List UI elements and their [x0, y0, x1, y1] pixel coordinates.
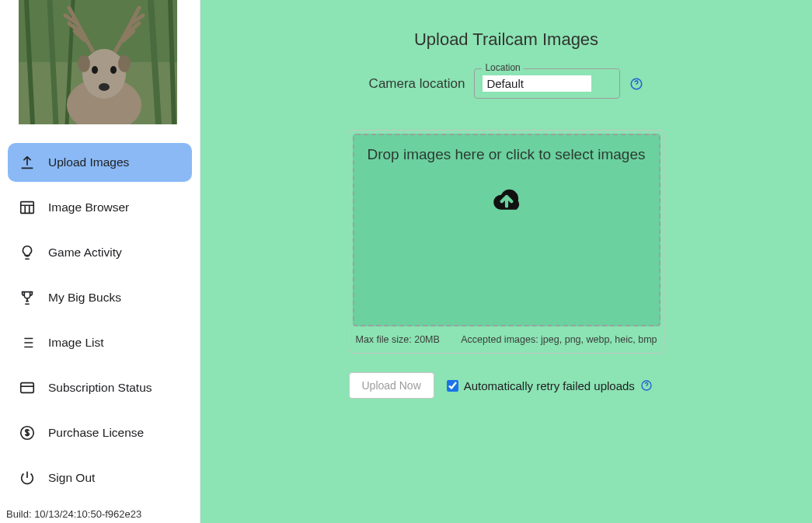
nav-item-my-big-bucks[interactable]: My Big Bucks — [8, 278, 192, 317]
nav-label: My Big Bucks — [48, 291, 121, 305]
bulb-icon — [19, 244, 36, 261]
power-icon — [19, 469, 36, 486]
nav-item-image-browser[interactable]: Image Browser — [8, 188, 192, 227]
nav-item-game-activity[interactable]: Game Activity — [8, 233, 192, 272]
signout-area: Sign Out — [0, 458, 200, 508]
upload-icon — [19, 154, 36, 171]
svg-point-11 — [99, 83, 110, 91]
action-row: Upload Now Automatically retry failed up… — [349, 372, 664, 399]
list-icon — [19, 334, 36, 351]
location-input[interactable] — [483, 75, 591, 92]
accepted-formats: Accepted images: jpeg, png, webp, heic, … — [461, 334, 657, 345]
nav-item-upload-images[interactable]: Upload Images — [8, 143, 192, 182]
logo-image — [19, 0, 177, 124]
nav-label: Image List — [48, 336, 104, 350]
max-file-size: Max file size: 20MB — [356, 334, 440, 345]
location-legend: Location — [482, 62, 523, 73]
retry-label: Automatically retry failed uploads — [464, 379, 635, 392]
sidebar-logo — [0, 0, 200, 135]
nav-label: Upload Images — [48, 155, 129, 169]
help-icon[interactable] — [640, 379, 653, 392]
file-meta: Max file size: 20MB Accepted images: jpe… — [353, 326, 660, 347]
svg-point-8 — [82, 49, 126, 99]
help-icon[interactable] — [629, 77, 643, 91]
nav-label: Purchase License — [48, 426, 144, 440]
page-title: Upload Trailcam Images — [414, 30, 598, 50]
card-icon — [19, 379, 36, 396]
location-row: Camera location Location — [369, 68, 644, 99]
nav-item-sign-out[interactable]: Sign Out — [8, 458, 192, 497]
nav-label: Subscription Status — [48, 381, 152, 395]
build-info: Build: 10/13/24:10:50-f962e23 — [0, 508, 200, 523]
cloud-upload-icon — [486, 182, 528, 218]
dropzone-text: Drop images here or click to select imag… — [368, 146, 646, 163]
retry-checkbox[interactable] — [447, 380, 458, 392]
main-content: Upload Trailcam Images Camera location L… — [200, 0, 812, 523]
svg-point-12 — [78, 55, 90, 72]
nav-label: Image Browser — [48, 200, 129, 214]
svg-rect-14 — [21, 202, 34, 214]
signout-label: Sign Out — [48, 471, 95, 485]
dropzone[interactable]: Drop images here or click to select imag… — [353, 134, 660, 326]
grid-icon — [19, 199, 36, 216]
svg-rect-15 — [21, 383, 34, 393]
svg-point-10 — [110, 66, 117, 74]
nav-item-subscription-status[interactable]: Subscription Status — [8, 368, 192, 407]
upload-card: Drop images here or click to select imag… — [349, 130, 664, 354]
nav-item-image-list[interactable]: Image List — [8, 323, 192, 362]
retry-option: Automatically retry failed uploads — [447, 379, 653, 392]
dollar-icon — [19, 424, 36, 441]
nav-list: Upload Images Image Browser Game Activit… — [0, 135, 200, 458]
svg-point-13 — [118, 55, 131, 72]
sidebar: Upload Images Image Browser Game Activit… — [0, 0, 200, 523]
location-field[interactable]: Location — [474, 68, 620, 99]
nav-item-purchase-license[interactable]: Purchase License — [8, 413, 192, 452]
svg-point-9 — [92, 66, 98, 74]
nav-label: Game Activity — [48, 246, 122, 260]
upload-now-button[interactable]: Upload Now — [349, 372, 434, 399]
trophy-icon — [19, 289, 36, 306]
camera-location-label: Camera location — [369, 76, 465, 92]
